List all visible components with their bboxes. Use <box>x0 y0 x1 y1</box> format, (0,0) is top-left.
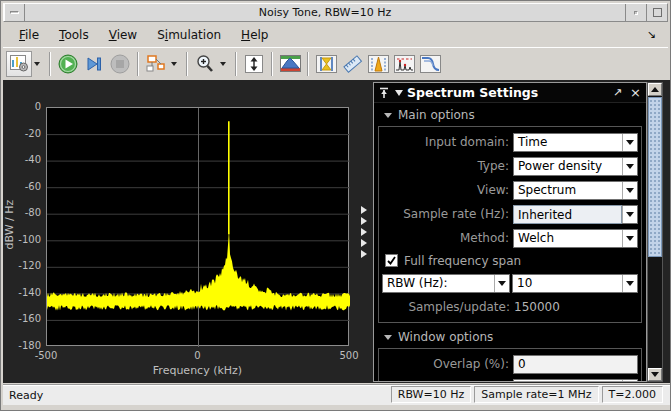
dropdown-arrow-icon[interactable] <box>622 275 637 292</box>
menu-tools[interactable]: Tools <box>49 26 99 44</box>
type-row: Type:Power density <box>382 154 638 178</box>
rbw-value-combo[interactable]: 10 <box>512 274 638 293</box>
simulink-model-button[interactable] <box>143 51 169 77</box>
menu-file[interactable]: File <box>9 26 49 44</box>
collapse-arrow-icon[interactable] <box>361 228 367 236</box>
close-panel-icon[interactable]: × <box>630 85 641 100</box>
spectrum-display-button[interactable] <box>277 51 303 77</box>
view-dropdown[interactable]: Spectrum <box>513 181 638 200</box>
dropdown-arrow-icon[interactable] <box>622 380 637 383</box>
plot-canvas[interactable] <box>46 107 349 346</box>
toolbar-separator <box>49 52 51 76</box>
section-collapse-icon <box>384 335 392 340</box>
y-tick-label: -80 <box>11 207 41 218</box>
toolbar-separator <box>271 52 273 76</box>
step-forward-button[interactable] <box>81 51 107 77</box>
rbw-selector-dropdown[interactable]: RBW (Hz): <box>382 274 510 293</box>
method-row: Method:Welch <box>382 226 638 250</box>
sample-rate-row: Sample rate (Hz):Inherited <box>382 202 638 226</box>
zoom-in-icon <box>195 54 215 74</box>
view-value: Spectrum <box>514 182 622 199</box>
input-domain-dropdown[interactable]: Time <box>513 133 638 152</box>
overlap-value: 0 <box>514 356 637 373</box>
collapse-arrow-icon[interactable] <box>361 206 367 214</box>
settings-scrollbar[interactable] <box>647 82 663 382</box>
window-dropdown[interactable]: Hann <box>513 379 638 383</box>
scroll-up-button[interactable] <box>648 83 662 96</box>
scope-settings-button[interactable] <box>6 51 32 77</box>
collapse-panel-icon[interactable] <box>395 90 403 96</box>
x-tick-label: 500 <box>329 350 369 361</box>
window-menu-button[interactable] <box>4 4 25 21</box>
spectral-mask-icon <box>420 55 441 73</box>
sample-rate-combo[interactable]: Inherited <box>513 205 638 224</box>
dropdown-arrow-icon[interactable] <box>622 206 637 223</box>
main-options-group: Input domain:TimeType:Power densityView:… <box>378 126 642 323</box>
menu-view[interactable]: View <box>99 26 147 44</box>
scroll-down-button[interactable] <box>648 368 662 381</box>
stop-button <box>107 51 133 77</box>
input-domain-label: Input domain: <box>382 135 513 149</box>
toolbar-separator <box>235 52 237 76</box>
dropdown-arrow-icon[interactable] <box>622 230 637 247</box>
window-value: Hann <box>514 380 622 383</box>
y-tick-label: -60 <box>11 181 41 192</box>
zoom-in-button[interactable] <box>192 51 218 77</box>
fit-view-button[interactable] <box>241 51 267 77</box>
undock-icon[interactable]: ↗ <box>613 86 622 99</box>
status-bar: Ready RBW=10 HzSample rate=1 MHzT=2.000 <box>3 384 670 405</box>
dropdown-arrow-icon[interactable] <box>622 158 637 175</box>
spectral-mask-button[interactable] <box>417 51 443 77</box>
dropdown-arrow-icon[interactable] <box>622 182 637 199</box>
section-window-options[interactable]: Window options <box>374 327 646 347</box>
minimize-button[interactable] <box>625 4 646 21</box>
zoom-in-dropdown-arrow-icon[interactable] <box>220 62 226 66</box>
dock-pin-icon[interactable] <box>379 87 389 99</box>
scroll-up-icon <box>651 87 659 92</box>
main-area: dBW / Hz Frequency (kHz) 0-20-40-60-80-1… <box>3 80 670 383</box>
collapse-arrow-icon[interactable] <box>361 217 367 225</box>
fit-view-icon <box>244 54 264 74</box>
type-dropdown[interactable]: Power density <box>513 157 638 176</box>
cursor-measurements-button[interactable] <box>313 51 339 77</box>
section-main-options[interactable]: Main options <box>374 105 646 125</box>
stop-icon <box>110 54 130 74</box>
settings-title: Spectrum Settings <box>407 85 605 100</box>
distortion-measurements-icon <box>394 55 415 73</box>
run-button[interactable] <box>55 51 81 77</box>
dropdown-arrow-icon[interactable] <box>622 134 637 151</box>
panel-splitter[interactable] <box>357 206 371 258</box>
scrollbar-thumb[interactable] <box>648 97 662 257</box>
peak-finder-icon <box>368 55 389 73</box>
collapse-arrow-icon[interactable] <box>361 250 367 258</box>
type-value: Power density <box>514 158 622 175</box>
status-field: T=2.000 <box>602 386 663 403</box>
x-axis-label: Frequency (kHz) <box>46 364 349 377</box>
overlap-row: Overlap (%):0 <box>382 352 638 376</box>
distortion-measurements-button[interactable] <box>391 51 417 77</box>
collapse-arrow-icon[interactable] <box>361 239 367 247</box>
view-row: View:Spectrum <box>382 178 638 202</box>
dropdown-arrow-icon[interactable] <box>494 275 509 292</box>
method-dropdown[interactable]: Welch <box>513 229 638 248</box>
maximize-button[interactable] <box>646 4 667 21</box>
window-row: Window:Hann <box>382 376 638 382</box>
y-axis-label: dBW / Hz <box>3 190 16 260</box>
samples-update-row: Samples/update: 150000 <box>382 296 638 318</box>
peak-finder-button[interactable] <box>365 51 391 77</box>
menu-help[interactable]: Help <box>231 26 278 44</box>
window-title: Noisy Tone, RBW=10 Hz <box>25 4 625 21</box>
overlap-textfield[interactable]: 0 <box>513 355 638 374</box>
menubar-overflow-arrow-icon[interactable]: ↘ <box>647 28 656 41</box>
simulink-model-dropdown-arrow-icon[interactable] <box>171 62 177 66</box>
settings-header: Spectrum Settings ↗ × <box>374 83 646 103</box>
menu-simulation[interactable]: Simulation <box>147 26 231 44</box>
full-span-checkbox[interactable] <box>385 254 398 267</box>
minimize-icon <box>634 11 638 15</box>
toolbar-separator <box>137 52 139 76</box>
ruler-measurements-button[interactable] <box>339 51 365 77</box>
scope-settings-icon <box>10 55 29 72</box>
y-tick-label: -40 <box>11 154 41 165</box>
title-bar[interactable]: Noisy Tone, RBW=10 Hz <box>3 3 668 22</box>
scope-settings-dropdown-arrow-icon[interactable] <box>34 62 40 66</box>
